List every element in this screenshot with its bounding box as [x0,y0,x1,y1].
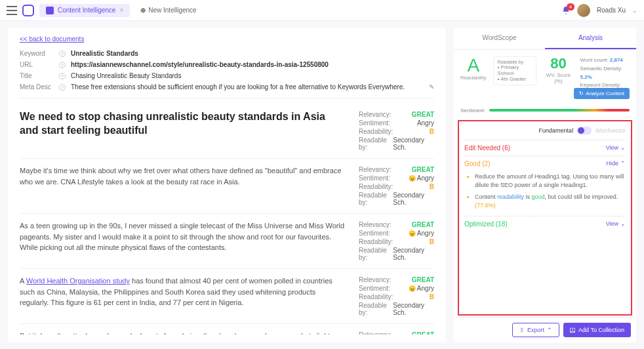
chevron-up-icon: ⌃ [547,327,552,333]
chevron-down-icon: ⌄ [620,144,626,151]
meta-keyword: Unrealistic Standards [71,50,434,57]
section-optimized: Optimized (18) View ⌄ [464,216,626,232]
content-blocks: We need to stop chasing unrealistic beau… [20,104,434,335]
notifications-icon[interactable]: 4 [561,6,571,15]
block-stats: Relevancy:GREATSentiment:😠 AngryReadabil… [359,220,434,262]
block-paragraph: Maybe it's time we think about why we fr… [20,165,346,207]
tab-ci-label: Content Intelligence [58,7,115,14]
bookmark-icon: 🕮 [570,327,576,333]
tab-analysis[interactable]: Analysis [545,28,636,49]
tab-new-label: New Intelligence [148,7,196,14]
app-logo[interactable] [22,5,34,16]
chevron-down-icon[interactable]: ⌄ [632,7,637,14]
block-paragraph: As a teen growing up in the 90s, I never… [20,220,346,262]
block-stats: Relevancy:GREATSentiment:😠 AngryReadabil… [359,331,434,335]
info-icon[interactable]: ? [59,84,66,91]
mode-toggle: Fundamental Wordvector [464,125,626,140]
meta-label-title: Title [20,72,59,79]
tab-content-intelligence[interactable]: Content Intelligence × [39,4,130,17]
semdensity-label: Semantic Density: [580,66,622,72]
content-panel: << back to documents Keyword ? Unrealist… [8,28,446,342]
analysis-panel: WordScope Analysis A Readability Readabl… [454,28,636,342]
content-block: But it doesn't matter how advanced a bea… [20,324,434,335]
edit-needed-title: Edit Needed (6) [464,144,510,152]
block-heading: We need to stop chasing unrealistic beau… [20,110,346,152]
content-block: We need to stop chasing unrealistic beau… [20,104,434,159]
tab-wordscope[interactable]: WordScope [454,28,545,49]
menu-icon[interactable] [7,6,17,15]
grade-label: Readability [460,75,487,81]
block-paragraph: But it doesn't matter how advanced a bea… [20,331,346,335]
grade-letter: A [460,56,487,75]
meta-label-desc: Meta Desc [20,83,59,91]
chevron-up-icon: ⌃ [620,160,626,167]
inline-link[interactable]: World Health Organisation study [26,277,130,285]
meta-label-url: URL [20,61,59,68]
sentiment-row: Sentiment: [454,105,636,119]
fundamental-label: Fundamental [539,127,574,134]
export-button[interactable]: ⇪Export ⌃ [512,323,559,337]
readable-by-box: Readable by • Primary School • 4th Grade… [493,56,537,85]
good-items: Reduce the amount of Heading1 tag. Using… [464,167,626,212]
wordcount-label: Word count: [580,57,609,63]
analysis-tabs: WordScope Analysis [454,28,636,50]
info-icon[interactable]: ? [59,62,66,68]
plus-icon: ⊕ [140,7,146,14]
back-link[interactable]: << back to documents [20,35,434,43]
good-title: Good (2) [464,160,490,167]
recommendations-box: Fundamental Wordvector Edit Needed (6) V… [458,120,632,316]
wv-score: 80 WV. Score (%) [543,56,573,84]
view-link[interactable]: View ⌄ [606,220,626,227]
hide-link[interactable]: Hide ⌃ [606,160,626,167]
bottom-actions: ⇪Export ⌃ 🕮Add To Collection [454,317,636,342]
close-icon[interactable]: × [119,7,123,14]
export-icon: ⇪ [519,327,525,333]
info-icon[interactable]: ? [59,73,66,79]
user-name: Roads Xu [597,7,626,14]
view-link[interactable]: View ⌄ [606,144,626,151]
block-stats: Relevancy:GREATSentiment:😠 AngryReadabil… [359,276,434,317]
ci-icon [46,7,54,14]
recommendation-item: Reduce the amount of Heading1 tag. Using… [475,171,626,192]
meta-table: Keyword ? Unrealistic Standards URL ? ht… [20,48,434,92]
analyze-button[interactable]: Analyze Content [574,88,630,99]
section-good: Good (2) Hide ⌃ Reduce the amount of Hea… [464,155,626,216]
content-block: As a teen growing up in the 90s, I never… [20,214,434,269]
topbar: Content Intelligence × ⊕ New Intelligenc… [0,0,644,21]
meta-url: https://asiannewschannel.com/style/unrea… [71,61,434,68]
meta-title: Chasing Unrealistic Beauty Standards [71,72,434,79]
block-paragraph: A World Health Organisation study has fo… [20,276,346,317]
info-icon[interactable]: ? [59,51,66,57]
block-stats: Relevancy:GREATSentiment:😠 AngryReadabil… [359,165,434,207]
wordvector-label: Wordvector [595,127,626,134]
meta-desc: These free extensions should be sufficie… [71,83,429,91]
notif-badge: 4 [567,3,574,10]
edit-icon[interactable]: ✎ [429,83,434,91]
recommendation-item: Content readability is good, but could s… [475,192,626,212]
topbar-right: 4 Roads Xu ⌄ [561,4,637,17]
sentiment-label: Sentiment: [460,108,485,113]
tab-new-intelligence[interactable]: ⊕ New Intelligence [135,4,201,16]
readability-grade: A Readability [460,56,487,81]
topbar-left: Content Intelligence × ⊕ New Intelligenc… [7,4,202,17]
optimized-title: Optimized (18) [464,220,508,228]
wordcount-value: 2,874 [610,57,623,63]
wv-label: WV. Score (%) [543,72,573,84]
section-edit-needed: Edit Needed (6) View ⌄ [464,140,626,155]
wv-value: 80 [543,56,573,71]
readable-by-title: Readable by [498,60,533,64]
sentiment-gradient [489,109,630,112]
add-collection-button[interactable]: 🕮Add To Collection [563,323,631,337]
chevron-down-icon: ⌄ [620,220,626,227]
main: << back to documents Keyword ? Unrealist… [0,21,644,349]
content-block: A World Health Organisation study has fo… [20,269,434,324]
readable-item: • 4th Grader [498,76,533,82]
content-block: Maybe it's time we think about why we fr… [20,159,434,214]
meta-label-keyword: Keyword [20,50,59,57]
readable-item: • Primary School [498,64,533,76]
semdensity-value: 5.2% [580,74,592,80]
toggle-switch[interactable] [577,127,592,134]
block-stats: Relevancy:GREATSentiment:AngryReadabilit… [359,110,434,152]
avatar[interactable] [577,4,590,17]
